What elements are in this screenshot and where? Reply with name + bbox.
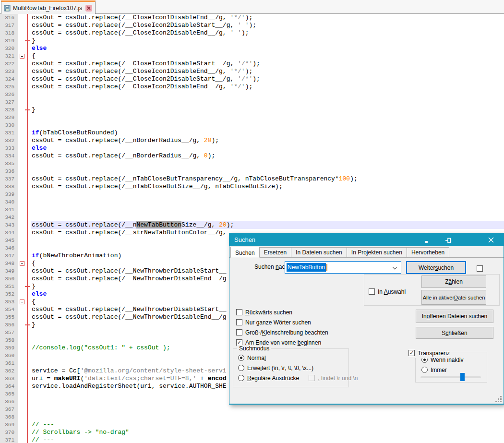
line-number[interactable]: 345 <box>0 237 18 244</box>
slider-thumb[interactable] <box>460 373 465 381</box>
line-number[interactable]: 338 <box>0 183 18 191</box>
search-mode-radio-1[interactable] <box>238 355 244 361</box>
line-number[interactable]: 362 <box>0 367 18 375</box>
code-line[interactable]: 329 <box>0 114 504 121</box>
code-line[interactable]: 321{ <box>0 52 504 60</box>
search-mode-row-3[interactable]: Reguläre Ausdrücke. findet \r und \n <box>238 373 358 383</box>
pin-icon[interactable] <box>444 236 453 244</box>
line-number[interactable]: 363 <box>0 375 18 383</box>
code-line[interactable]: 338cssOut = cssOut.replace(/__nTabCloseB… <box>0 183 504 191</box>
search-input[interactable]: NewTabButton <box>285 261 401 274</box>
in-selection-checkbox[interactable] <box>369 288 375 295</box>
transparency-radio-2[interactable] <box>421 367 428 373</box>
line-number[interactable]: 337 <box>0 175 18 183</box>
tab-close-icon[interactable] <box>85 5 92 12</box>
code-line[interactable]: 371// --- <box>0 436 504 443</box>
find-all-open-files-button[interactable]: In offenen Dateien suchen <box>416 310 493 323</box>
line-number[interactable]: 339 <box>0 191 18 198</box>
code-line[interactable]: 333else <box>0 144 504 152</box>
line-number[interactable]: 357 <box>0 329 18 336</box>
search-option-checkbox-2[interactable] <box>236 319 242 325</box>
search-mode-radio-2[interactable] <box>238 365 244 371</box>
code-line[interactable]: 328} <box>0 106 504 114</box>
code-line[interactable]: 335 <box>0 160 504 168</box>
line-number[interactable]: 358 <box>0 336 18 344</box>
dialog-tab-2[interactable]: Ersetzen <box>259 247 291 257</box>
line-number[interactable]: 340 <box>0 198 18 206</box>
transparency-mode-row-2[interactable]: Immer <box>421 365 463 375</box>
line-number[interactable]: 356 <box>0 321 18 329</box>
code-line[interactable]: 317cssOut = cssOut.replace(/__CloseIcon2… <box>0 22 504 29</box>
code-line[interactable]: 330 <box>0 121 504 129</box>
line-number[interactable]: 346 <box>0 244 18 252</box>
line-number[interactable]: 351 <box>0 283 18 290</box>
close-icon[interactable] <box>487 236 495 244</box>
transparency-checkbox[interactable]: ✓ <box>408 350 415 356</box>
line-number[interactable]: 322 <box>0 60 18 68</box>
code-line[interactable]: 323cssOut = cssOut.replace(/__CloseIcon1… <box>0 68 504 75</box>
chevron-down-icon[interactable] <box>393 265 397 270</box>
code-line[interactable]: 369// --- <box>0 421 504 429</box>
search-option-row-2[interactable]: Nur ganze Wörter suchen <box>236 317 328 327</box>
search-mode-row-1[interactable]: Normal <box>238 353 358 363</box>
line-number[interactable]: 370 <box>0 429 18 436</box>
extra-checkbox[interactable] <box>477 265 483 272</box>
search-option-checkbox-3[interactable] <box>236 329 242 335</box>
code-line[interactable]: 334cssOut = cssOut.replace(/__nBorderRad… <box>0 152 504 160</box>
line-number[interactable]: 331 <box>0 129 18 137</box>
code-line[interactable]: 326 <box>0 91 504 98</box>
code-line[interactable]: 336 <box>0 168 504 175</box>
fold-marker-icon[interactable] <box>20 261 24 266</box>
search-mode-row-2[interactable]: Erweitert (\n, \r, \t, \0, \x...) <box>238 363 358 373</box>
line-number[interactable]: 366 <box>0 398 18 406</box>
search-option-row-1[interactable]: Rückwärts suchen <box>236 307 328 317</box>
find-next-button[interactable]: Weiter suchen <box>406 261 466 274</box>
line-number[interactable]: 365 <box>0 390 18 398</box>
code-line[interactable]: 324cssOut = cssOut.replace(/__CloseIcon2… <box>0 75 504 83</box>
line-number[interactable]: 321 <box>0 52 18 60</box>
resize-grip-icon[interactable] <box>500 401 502 402</box>
line-number[interactable]: 316 <box>0 14 18 22</box>
line-number[interactable]: 369 <box>0 421 18 429</box>
line-number[interactable]: 354 <box>0 306 18 313</box>
line-number[interactable]: 327 <box>0 98 18 106</box>
code-line[interactable]: 316cssOut = cssOut.replace(/__CloseIcon1… <box>0 14 504 22</box>
code-line[interactable]: 367 <box>0 406 504 413</box>
line-number[interactable]: 325 <box>0 83 18 91</box>
line-number[interactable]: 342 <box>0 214 18 221</box>
line-number[interactable]: 359 <box>0 344 18 352</box>
line-number[interactable]: 318 <box>0 29 18 37</box>
code-line[interactable]: 339 <box>0 191 504 198</box>
code-line[interactable]: 342 <box>0 214 504 221</box>
code-line[interactable]: 325cssOut = cssOut.replace(/__CloseIcon2… <box>0 83 504 91</box>
line-number[interactable]: 352 <box>0 290 18 298</box>
line-number[interactable]: 317 <box>0 22 18 29</box>
dialog-tab-3[interactable]: In Dateien suchen <box>291 247 347 257</box>
code-line[interactable]: 368 <box>0 413 504 421</box>
find-all-current-file-button[interactable]: Alle in aktiver Datei suchen <box>421 290 486 305</box>
code-line[interactable]: 337cssOut = cssOut.replace(/__nTabCloseB… <box>0 175 504 183</box>
count-button[interactable]: Zählen <box>421 275 486 288</box>
search-option-checkbox-1[interactable] <box>236 309 242 315</box>
line-number[interactable]: 368 <box>0 413 18 421</box>
line-number[interactable]: 341 <box>0 206 18 214</box>
line-number[interactable]: 324 <box>0 75 18 83</box>
line-number[interactable]: 336 <box>0 168 18 175</box>
line-number[interactable]: 323 <box>0 68 18 75</box>
line-number[interactable]: 349 <box>0 267 18 275</box>
line-number[interactable]: 360 <box>0 352 18 359</box>
file-tab[interactable]: MultiRowTab_Firefox107.js <box>1 0 96 14</box>
line-number[interactable]: 332 <box>0 137 18 144</box>
code-line[interactable]: 341 <box>0 206 504 214</box>
code-line[interactable]: 343cssOut = cssOut.replace(/__nNewTabBut… <box>0 221 504 229</box>
code-line[interactable]: 331if(bTabCloseButRounded) <box>0 129 504 137</box>
code-line[interactable]: 322cssOut = cssOut.replace(/__CloseIcon1… <box>0 60 504 68</box>
line-number[interactable]: 347 <box>0 252 18 260</box>
search-option-row-3[interactable]: Groß-/Kleinschreibung beachten <box>236 327 328 337</box>
line-number[interactable]: 350 <box>0 275 18 283</box>
line-number[interactable]: 371 <box>0 436 18 443</box>
line-number[interactable]: 326 <box>0 91 18 98</box>
line-number[interactable]: 355 <box>0 313 18 321</box>
line-number[interactable]: 335 <box>0 160 18 168</box>
dialog-tab-4[interactable]: In Projekten suchen <box>347 247 407 257</box>
